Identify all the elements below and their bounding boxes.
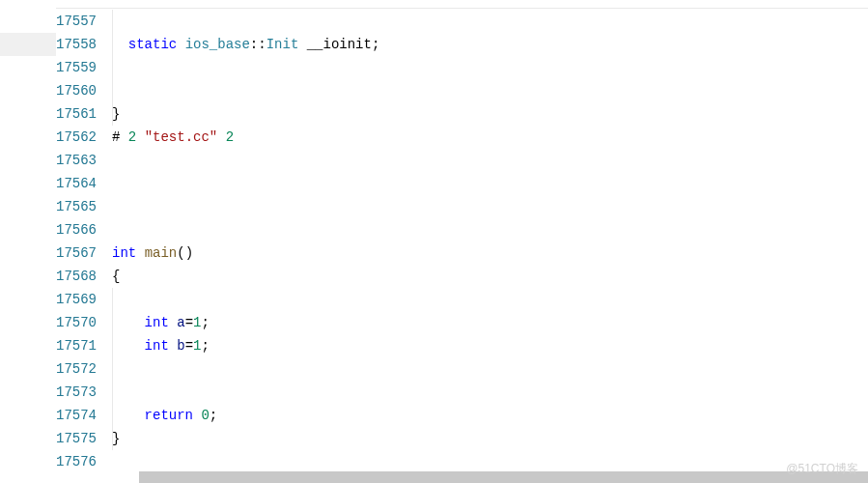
horizontal-scrollbar[interactable]	[139, 471, 868, 483]
margin-row	[0, 33, 56, 56]
margin-row	[0, 404, 56, 427]
margin-row	[0, 427, 56, 450]
indent-guide	[112, 427, 113, 450]
token-num: 0	[201, 408, 209, 423]
line-number: 17563	[56, 149, 97, 172]
code-line[interactable]	[112, 79, 868, 102]
code-editor[interactable]: 1755717558175591756017561175621756317564…	[0, 0, 868, 483]
token-plain	[169, 315, 177, 330]
token-plain: ;	[201, 315, 209, 330]
indent-guide	[112, 79, 113, 102]
code-line[interactable]: static ios_base::Init __ioinit;	[112, 33, 868, 56]
code-line[interactable]	[112, 381, 868, 404]
code-line[interactable]: int b=1;	[112, 334, 868, 357]
code-line[interactable]	[112, 172, 868, 195]
token-kw: int	[112, 245, 136, 261]
code-line[interactable]	[112, 10, 868, 33]
line-number: 17557	[56, 10, 97, 33]
margin-row	[0, 195, 56, 218]
token-kw: int	[145, 315, 169, 330]
margin-row	[0, 242, 56, 265]
line-number: 17558	[56, 33, 97, 56]
margin-row	[0, 10, 56, 33]
indent-guide	[112, 288, 113, 311]
line-number: 17565	[56, 195, 97, 218]
line-number: 17566	[56, 218, 97, 242]
tab-border	[56, 8, 868, 9]
token-plain	[177, 37, 184, 52]
line-number-gutter: 1755717558175591756017561175621756317564…	[56, 0, 112, 483]
line-number: 17573	[56, 381, 97, 404]
indent-guide	[112, 334, 113, 357]
code-line[interactable]	[112, 450, 868, 473]
code-line[interactable]: int main()	[112, 242, 868, 265]
indent-guide	[112, 404, 113, 427]
code-line[interactable]	[112, 288, 868, 311]
token-fn: main	[145, 245, 178, 261]
token-plain	[112, 315, 145, 330]
token-plain: }	[112, 431, 120, 446]
line-number: 17568	[56, 265, 97, 288]
token-ident: a	[177, 315, 184, 330]
code-line[interactable]	[112, 195, 868, 218]
line-number: 17559	[56, 56, 97, 79]
indent-guide	[112, 33, 113, 56]
watermark-text: @51CTO博客	[786, 461, 858, 477]
line-number: 17574	[56, 404, 97, 427]
margin-row	[0, 357, 56, 381]
code-line[interactable]: int a=1;	[112, 311, 868, 334]
margin-row	[0, 56, 56, 79]
margin-row	[0, 218, 56, 242]
token-plain	[112, 338, 145, 354]
token-type: ios_base	[185, 37, 250, 52]
code-line[interactable]: }	[112, 427, 868, 450]
code-content-area[interactable]: static ios_base::Init __ioinit;}# 2 "tes…	[112, 0, 868, 483]
token-str: "test.cc"	[145, 129, 218, 145]
token-plain: ;	[210, 408, 217, 423]
left-margin	[0, 0, 56, 483]
token-ident: b	[177, 338, 184, 354]
margin-row	[0, 172, 56, 195]
line-number: 17576	[56, 450, 97, 473]
indent-guide	[112, 381, 113, 404]
margin-row	[0, 102, 56, 126]
line-number: 17575	[56, 427, 97, 450]
margin-row	[0, 311, 56, 334]
token-plain	[112, 37, 128, 52]
line-number: 17560	[56, 79, 97, 102]
code-line[interactable]	[112, 357, 868, 381]
code-line[interactable]	[112, 56, 868, 79]
token-plain: __ioinit;	[298, 37, 379, 52]
line-number: 17567	[56, 242, 97, 265]
code-line[interactable]: {	[112, 265, 868, 288]
code-line[interactable]	[112, 218, 868, 242]
line-number: 17571	[56, 334, 97, 357]
line-number: 17570	[56, 311, 97, 334]
line-number: 17569	[56, 288, 97, 311]
line-number: 17564	[56, 172, 97, 195]
code-line[interactable]: }	[112, 102, 868, 126]
token-plain	[136, 245, 144, 261]
indent-guide	[112, 311, 113, 334]
margin-row	[0, 381, 56, 404]
margin-row	[0, 288, 56, 311]
margin-row	[0, 265, 56, 288]
token-kw: int	[145, 338, 169, 354]
indent-guide	[112, 56, 113, 79]
margin-row	[0, 149, 56, 172]
code-line[interactable]	[112, 149, 868, 172]
token-type: Init	[266, 37, 299, 52]
token-plain: ()	[177, 245, 193, 261]
token-op: =	[185, 338, 193, 354]
token-plain: ;	[201, 338, 209, 354]
indent-guide	[112, 10, 113, 33]
code-line[interactable]: return 0;	[112, 404, 868, 427]
code-line[interactable]: # 2 "test.cc" 2	[112, 126, 868, 149]
token-plain	[217, 129, 225, 145]
token-kw: static	[128, 37, 177, 52]
indent-guide	[112, 102, 113, 126]
margin-row	[0, 450, 56, 473]
token-plain	[136, 129, 144, 145]
margin-row	[0, 79, 56, 102]
token-kw: return	[145, 408, 193, 423]
